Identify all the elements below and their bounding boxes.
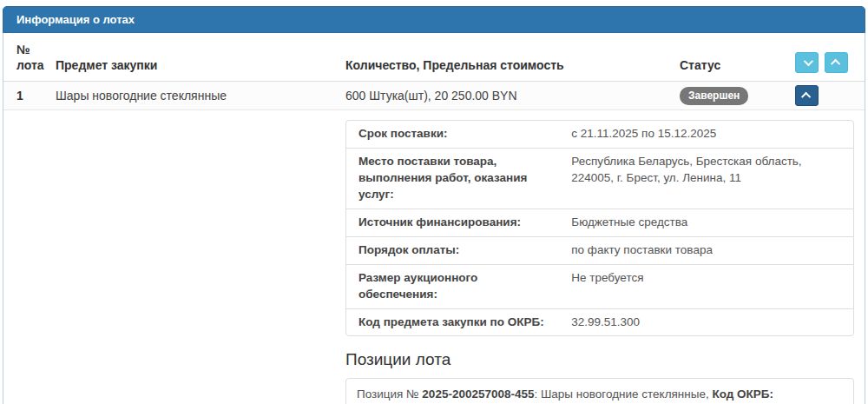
collapse-lot-button[interactable] — [795, 85, 819, 106]
lot-number-cell: 1 — [16, 89, 56, 103]
detail-label: Срок поставки: — [346, 121, 559, 148]
lot-status-cell: Завершен — [680, 87, 795, 106]
position-okrb-label: Код ОКРБ: — [712, 387, 773, 401]
detail-row-delivery-place: Место поставки товара, выполнения работ,… — [346, 148, 853, 209]
lot-details-table: Срок поставки: с 21.11.2025 по 15.12.202… — [345, 120, 854, 336]
position-name: : Шары новогодние стеклянные, — [534, 387, 712, 401]
status-badge: Завершен — [680, 87, 748, 106]
detail-label: Источник финансирования: — [346, 209, 559, 236]
col-header-quantity: Количество, Предельная стоимость — [345, 57, 680, 73]
detail-row-okrb-code: Код предмета закупки по ОКРБ: 32.99.51.3… — [346, 308, 853, 336]
position-prefix: Позиция № — [357, 387, 422, 401]
chevron-down-icon — [803, 56, 812, 66]
lot-row-actions — [795, 85, 852, 106]
lots-panel: Информация о лотах № лота Предмет закупк… — [3, 6, 865, 404]
expand-all-button[interactable] — [795, 52, 819, 73]
detail-label: Размер аукционного обеспечения: — [346, 265, 559, 308]
detail-row-auction-security: Размер аукционного обеспечения: Не требу… — [346, 264, 853, 308]
detail-label: Код предмета закупки по ОКРБ: — [346, 309, 559, 336]
col-header-status: Статус — [680, 57, 795, 73]
position-item: Позиция № 2025-200257008-455: Шары новог… — [345, 378, 854, 404]
table-header-actions — [795, 52, 852, 73]
table-header-row: № лота Предмет закупки Количество, Преде… — [3, 33, 865, 81]
panel-title: Информация о лотах — [16, 13, 135, 26]
lot-row: 1 Шары новогодние стеклянные 600 Штука(ш… — [3, 81, 865, 109]
detail-row-delivery-term: Срок поставки: с 21.11.2025 по 15.12.202… — [346, 121, 853, 148]
collapse-all-button[interactable] — [825, 52, 848, 73]
lot-details-section: Срок поставки: с 21.11.2025 по 15.12.202… — [3, 109, 865, 404]
detail-value: Республика Беларусь, Брестская область, … — [559, 149, 853, 209]
detail-value: по факту поставки товара — [559, 237, 853, 264]
detail-value: с 21.11.2025 по 15.12.2025 — [559, 121, 853, 148]
chevron-up-icon — [830, 59, 839, 69]
lot-subject-cell: Шары новогодние стеклянные — [56, 89, 345, 103]
positions-title: Позиции лота — [345, 350, 854, 369]
lot-quantity-cell: 600 Штука(шт), 20 250.00 BYN — [345, 89, 680, 103]
detail-value: 32.99.51.300 — [559, 309, 853, 336]
detail-label: Порядок оплаты: — [346, 237, 559, 264]
panel-header: Информация о лотах — [3, 6, 865, 33]
detail-value: Бюджетные средства — [559, 209, 853, 236]
detail-label: Место поставки товара, выполнения работ,… — [346, 149, 559, 209]
detail-row-funding-source: Источник финансирования: Бюджетные средс… — [346, 209, 853, 236]
detail-value: Не требуется — [559, 265, 853, 308]
detail-row-payment-order: Порядок оплаты: по факту поставки товара — [346, 236, 853, 264]
col-header-lot-number: № лота — [16, 42, 56, 73]
col-header-subject: Предмет закупки — [56, 57, 345, 73]
chevron-up-icon — [800, 92, 810, 102]
position-number: 2025-200257008-455 — [422, 387, 534, 401]
